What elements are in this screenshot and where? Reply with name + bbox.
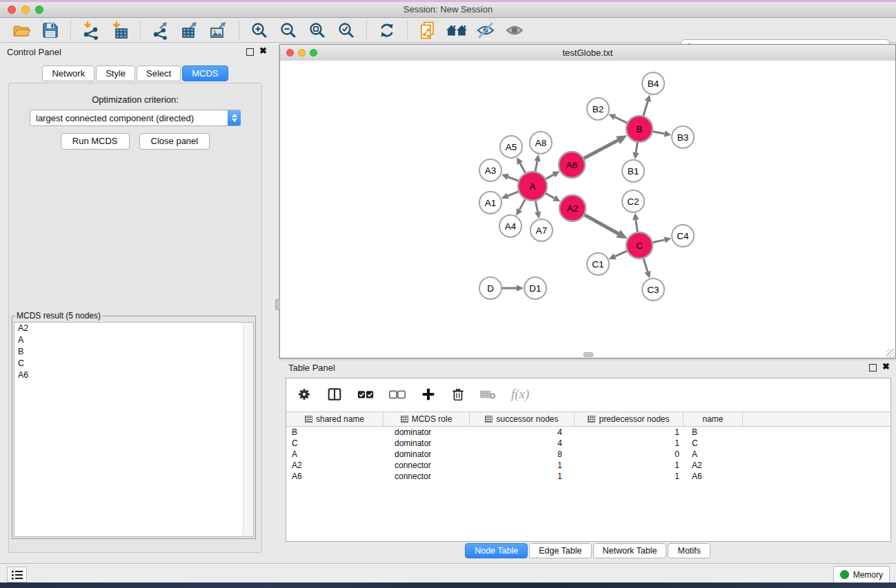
network-horizontal-scrollbar-thumb[interactable] xyxy=(584,352,593,357)
network-window: testGlobe.txt B4B2BB3A5A8A6B1A3AC2A1A2A4… xyxy=(279,44,896,358)
import-network-button[interactable] xyxy=(79,19,103,41)
menu-list-button[interactable] xyxy=(7,567,27,582)
delete-table-button[interactable] xyxy=(479,387,497,402)
mcds-result-item[interactable]: C xyxy=(14,358,253,369)
graph-edge[interactable] xyxy=(643,256,648,272)
new-network-from-selection-button[interactable] xyxy=(416,19,439,41)
graph-node-label: C2 xyxy=(627,196,639,207)
table-panel-header: Table Panel ✖ xyxy=(279,358,896,376)
trash-icon xyxy=(450,386,466,403)
table-row[interactable]: Bdominator41B xyxy=(286,427,890,438)
graph-node-label: A2 xyxy=(567,203,579,214)
network-window-titlebar[interactable]: testGlobe.txt xyxy=(280,45,895,61)
tab-edge-table[interactable]: Edge Table xyxy=(529,543,591,558)
graph-node-label: B1 xyxy=(628,166,639,176)
control-panel-close-icon[interactable]: ✖ xyxy=(259,45,267,57)
export-image-button[interactable] xyxy=(207,19,230,41)
mcds-result-group: MCDS result (5 nodes) A2ABCA6 xyxy=(12,311,256,539)
mcds-result-item[interactable]: A2 xyxy=(14,323,253,334)
mcds-result-item[interactable]: A xyxy=(14,334,253,346)
column-header-shared-name[interactable]: shared name xyxy=(286,412,384,426)
save-session-button[interactable] xyxy=(39,19,62,41)
column-type-icon xyxy=(401,416,408,423)
tab-network-table[interactable]: Network Table xyxy=(593,543,667,558)
select-all-button[interactable] xyxy=(357,386,375,403)
table-cell: A xyxy=(684,449,743,460)
table-cell: connector xyxy=(384,460,470,471)
table-panel-close-icon[interactable]: ✖ xyxy=(882,361,890,372)
table-row[interactable]: Cdominator41C xyxy=(286,438,890,449)
tab-node-table[interactable]: Node Table xyxy=(465,543,528,558)
mcds-result-item[interactable]: B xyxy=(14,346,253,358)
tab-mcds[interactable]: MCDS xyxy=(182,65,228,81)
graph-edge[interactable] xyxy=(582,140,618,159)
table-row[interactable]: Adominator80A xyxy=(286,449,890,460)
memory-status-dot xyxy=(840,570,849,579)
column-type-icon xyxy=(588,416,595,423)
run-mcds-button[interactable]: Run MCDS xyxy=(61,133,130,150)
table-settings-button[interactable] xyxy=(296,386,312,403)
table-panel-float-icon[interactable] xyxy=(869,364,877,372)
delete-column-button[interactable] xyxy=(450,386,466,403)
graph-node-label: A xyxy=(529,181,535,192)
column-header-mcds-role[interactable]: MCDS role xyxy=(384,412,470,426)
column-header-predecessor-nodes[interactable]: predecessor nodes xyxy=(575,412,684,426)
graph-edge[interactable] xyxy=(615,250,629,256)
table-row[interactable]: A2connector11A2 xyxy=(286,460,890,471)
mcds-result-item[interactable]: A6 xyxy=(14,369,253,381)
toolbar-separator xyxy=(70,21,71,40)
tab-select[interactable]: Select xyxy=(137,65,181,81)
main-toolbar xyxy=(0,18,896,43)
criterion-dropdown[interactable]: largest connected component (directed) xyxy=(30,110,241,126)
zoom-selected-button[interactable] xyxy=(335,19,358,41)
tab-network[interactable]: Network xyxy=(42,65,94,81)
table-cell: 1 xyxy=(470,471,575,482)
column-header-name[interactable]: name xyxy=(684,412,743,426)
graph-edge[interactable] xyxy=(643,101,648,118)
table-row[interactable]: A6connector11A6 xyxy=(286,471,890,482)
network-vertical-scrollbar-thumb[interactable] xyxy=(275,299,280,310)
graph-edge-arrowhead xyxy=(517,285,524,292)
table-cell: B xyxy=(684,427,743,438)
graph-node-label: C3 xyxy=(647,285,659,295)
mcds-result-title: MCDS result (5 nodes) xyxy=(15,311,102,321)
graph-node-label: B3 xyxy=(677,132,689,143)
save-floppy-icon xyxy=(41,21,59,39)
graph-edge[interactable] xyxy=(583,214,619,234)
unchecked-boxes-icon xyxy=(388,386,406,403)
table-cell: 1 xyxy=(575,427,684,438)
apply-layout-button[interactable] xyxy=(375,19,399,41)
table-toolbar: f(x) xyxy=(286,378,890,410)
tab-style[interactable]: Style xyxy=(96,65,135,81)
export-network-button[interactable] xyxy=(149,19,172,41)
mcds-result-scrollbar[interactable] xyxy=(243,323,253,536)
tab-motifs[interactable]: Motifs xyxy=(668,543,710,558)
control-panel-float-icon[interactable] xyxy=(246,48,254,56)
toggle-column-panel-button[interactable] xyxy=(326,386,343,403)
import-table-button[interactable] xyxy=(108,19,132,41)
graph-edge[interactable] xyxy=(615,117,628,124)
zoom-out-button[interactable] xyxy=(277,19,300,41)
hide-selected-button[interactable] xyxy=(474,19,497,41)
zoom-selected-icon xyxy=(337,21,355,39)
table-cell: C xyxy=(286,438,384,449)
zoom-in-button[interactable] xyxy=(248,19,271,41)
close-panel-button[interactable]: Close panel xyxy=(139,133,210,150)
network-canvas[interactable]: B4B2BB3A5A8A6B1A3AC2A1A2A4A7C4CC1C3DD1 xyxy=(280,61,895,358)
table-panel: Table Panel ✖ xyxy=(279,358,896,563)
memory-button[interactable]: Memory xyxy=(833,566,890,583)
first-neighbors-button[interactable] xyxy=(445,19,468,41)
deselect-all-button[interactable] xyxy=(388,386,406,403)
column-type-icon xyxy=(305,416,312,423)
show-all-button[interactable] xyxy=(503,19,526,41)
open-session-button[interactable] xyxy=(10,19,33,41)
network-window-resize-grip[interactable] xyxy=(886,349,895,357)
create-column-button[interactable] xyxy=(420,386,437,403)
function-builder-button[interactable]: f(x) xyxy=(511,387,529,402)
mcds-result-list[interactable]: A2ABCA6 xyxy=(14,322,254,537)
toolbar-separator xyxy=(140,21,141,40)
column-header-successor-nodes[interactable]: successor nodes xyxy=(470,412,575,426)
export-table-button[interactable] xyxy=(178,19,201,41)
zoom-fit-button[interactable] xyxy=(306,19,329,41)
delete-table-icon xyxy=(479,387,497,402)
